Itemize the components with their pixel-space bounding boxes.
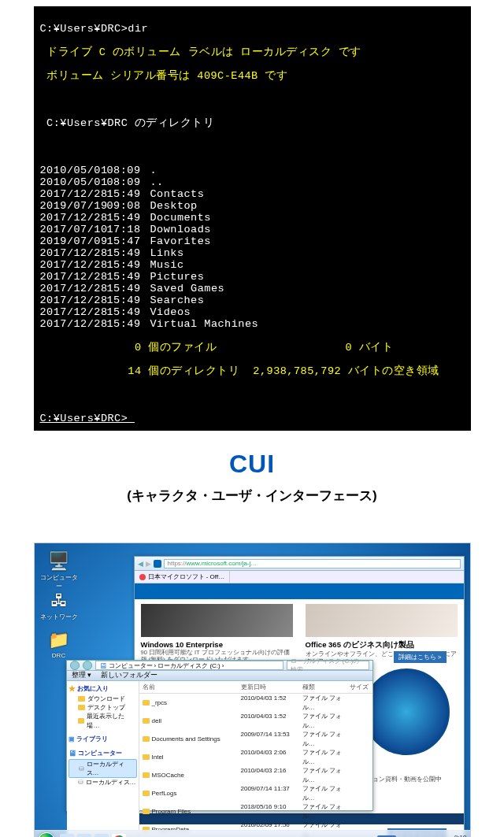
back-icon[interactable]: ◀ — [138, 560, 143, 568]
chevron-right-icon: › — [154, 662, 157, 669]
file-row[interactable]: Documents and Settings2009/07/14 13:53ファ… — [139, 730, 372, 748]
forward-icon[interactable]: ▶ — [146, 560, 151, 568]
sidebar-item-downloads[interactable]: ダウンロード — [69, 694, 137, 703]
file-row[interactable]: _rpcs2010/04/03 1:52ファイル フォル… — [139, 694, 372, 712]
dir-entry: 2017/12/2815:49Virtual Machines — [40, 318, 465, 330]
dir-entry: 2017/07/1017:18Downloads — [40, 224, 465, 235]
user-folder-icon: 📁 — [39, 630, 79, 650]
browser-tab[interactable]: 日本マイクロソフト - Off… — [135, 571, 231, 583]
hero-card-windows[interactable]: Windows 10 Enterprise 90 日間利用可能な IT プロフェ… — [135, 599, 299, 665]
breadcrumb[interactable]: 🖥 コンピューター › ローカルディスク (C:) › — [95, 661, 284, 670]
cmd-serial: ボリューム シリアル番号は 409C-E44B です — [40, 70, 465, 82]
file-explorer-window[interactable]: 🖥 コンピューター › ローカルディスク (C:) › ローカルディスク (C:… — [66, 660, 373, 811]
ms-navbar[interactable] — [135, 583, 464, 599]
sidebar-item-local-d[interactable]: ⛁ローカルディス… — [69, 778, 137, 787]
blank — [40, 141, 465, 153]
blank — [40, 389, 465, 401]
computer-icon: 🖥️ — [39, 551, 79, 572]
back-button[interactable] — [70, 661, 80, 670]
sidebar-item-local-c[interactable]: ⛁ローカルディス… — [69, 759, 137, 778]
explorer-toolbar: 整理 ▾ 新しいフォルダー — [67, 671, 372, 681]
dir-entry: 2017/12/2815:49Saved Games — [40, 283, 465, 294]
desktop-icon-label: コンピューター — [40, 574, 78, 590]
folder-icon — [143, 772, 150, 778]
sidebar-computer[interactable]: 🖥コンピューター — [69, 748, 137, 759]
dir-entry: 2019/07/1909:08Desktop — [40, 200, 465, 212]
folder-icon — [78, 718, 85, 724]
browser-tabs: 日本マイクロソフト - Off… — [135, 571, 464, 583]
dir-entry: 2010/05/0108:09.. — [40, 176, 465, 188]
sidebar-libraries[interactable]: ▣ライブラリ — [69, 735, 137, 743]
file-row[interactable]: MSOCache2010/04/03 2:16ファイル フォル… — [139, 766, 372, 784]
taskbar-chrome-icon[interactable] — [112, 834, 126, 838]
folder-icon — [143, 809, 150, 814]
explorer-sidebar: ★お気に入り ダウンロード デスクトップ 最近表示した場… ▣ライブラリ 🖥コン… — [67, 681, 139, 837]
dir-entry: 2017/12/2815:49Videos — [40, 306, 465, 318]
dir-entry: 2017/12/2815:49Documents — [40, 212, 465, 224]
cmd-line: C:¥Users¥DRC>dir — [40, 23, 465, 35]
new-folder-button[interactable]: 新しいフォルダー — [101, 671, 158, 680]
hero-title: Office 365 のビジネス向け製品 — [306, 640, 458, 650]
dir-entry: 2010/05/0108:09. — [40, 165, 465, 176]
taskbar-ie-icon[interactable]: e — [60, 834, 74, 838]
drive-icon: ⛁ — [78, 778, 83, 787]
cmd-terminal: C:¥Users¥DRC>dir ドライブ C のボリューム ラベルは ローカル… — [34, 6, 471, 431]
sidebar-favorites[interactable]: ★お気に入り — [69, 683, 137, 694]
windows-desktop: 🖥️ コンピューター 🖧 ネットワーク 📁 DRC ◀ ▶ https://ww… — [34, 543, 471, 837]
decorative-circle — [363, 668, 450, 755]
desktop-icon-network[interactable]: 🖧 ネットワーク — [39, 591, 79, 621]
browser-titlebar[interactable]: ◀ ▶ https://www.microsoft.com/ja-j… — [135, 557, 464, 571]
details-link[interactable]: 詳細はこちら > — [394, 651, 447, 663]
file-row[interactable]: Program Files2018/05/16 9:10ファイル フォル… — [139, 802, 372, 820]
taskbar: e ▶ A 般 ▲ 🖧 🔊 9:10 2019/07/19 — [35, 830, 470, 837]
address-bar[interactable]: https://www.microsoft.com/ja-j… — [164, 559, 461, 568]
blank — [40, 94, 465, 106]
cmd-vol-label: ドライブ C のボリューム ラベルは ローカルディスク です — [40, 46, 465, 58]
desktop-icon-label: ネットワーク — [40, 613, 78, 620]
clock[interactable]: 9:10 2019/07/19 — [435, 835, 466, 838]
desktop-icon-computer[interactable]: 🖥️ コンピューター — [39, 551, 79, 591]
library-icon: ▣ — [69, 735, 75, 743]
sidebar-item-recent[interactable]: 最近表示した場… — [69, 712, 137, 729]
folder-icon — [143, 718, 150, 724]
star-icon: ★ — [69, 683, 76, 694]
file-row[interactable]: PerfLogs2009/07/14 11:37ファイル フォル… — [139, 784, 372, 802]
explorer-file-list: 名前 更新日時 種類 サイズ _rpcs2010/04/03 1:52ファイル … — [139, 681, 372, 837]
start-button[interactable] — [38, 832, 55, 838]
network-icon: 🖧 — [39, 591, 79, 611]
cmd-summary-files: 0 個のファイル 0 バイト — [40, 342, 465, 354]
cmd-prompt: C:¥Users¥DRC>_ — [40, 413, 135, 424]
organize-menu[interactable]: 整理 ▾ — [72, 671, 91, 680]
pc-icon: 🖥 — [99, 661, 107, 670]
ms-favicon-icon — [154, 560, 161, 568]
folder-icon — [78, 696, 85, 702]
tab-label: 日本マイクロソフト - Off… — [148, 572, 225, 581]
dir-entry: 2017/12/2815:49Pictures — [40, 271, 465, 283]
explorer-addressbar: 🖥 コンピューター › ローカルディスク (C:) › ローカルディスク (C:… — [67, 661, 372, 671]
cui-caption-sub: (キャラクタ・ユーザ・インターフェース) — [0, 487, 504, 505]
hero-image — [141, 604, 293, 637]
sidebar-item-desktop[interactable]: デスクトップ — [69, 703, 137, 712]
folder-icon — [143, 700, 150, 706]
dir-entry: 2017/12/2815:49Music — [40, 259, 465, 271]
explorer-search[interactable]: ローカルディスク (C:)の検索 — [287, 661, 369, 670]
folder-icon — [143, 736, 150, 742]
forward-button[interactable] — [83, 661, 92, 670]
dir-entry: 2017/12/2815:49Contacts — [40, 188, 465, 200]
hero-image — [306, 604, 458, 637]
dir-listing: 2010/05/0108:09.2010/05/0108:09..2017/12… — [40, 165, 465, 330]
folder-icon — [78, 705, 85, 710]
file-row[interactable]: dell2010/04/03 1:52ファイル フォル… — [139, 712, 372, 730]
taskbar-media-icon[interactable]: ▶ — [94, 834, 109, 838]
desktop-icon-user[interactable]: 📁 DRC — [39, 630, 79, 659]
desktop-icon-label: DRC — [52, 652, 65, 659]
chevron-right-icon: › — [222, 662, 224, 669]
folder-icon — [143, 754, 150, 760]
tab-favicon-icon — [139, 574, 146, 580]
drive-icon: ⛁ — [79, 765, 84, 773]
file-row[interactable]: Intel2010/04/03 2:06ファイル フォル… — [139, 748, 372, 766]
column-headers[interactable]: 名前 更新日時 種類 サイズ — [139, 681, 372, 694]
taskbar-explorer-icon[interactable] — [77, 834, 91, 838]
cmd-summary-dirs: 14 個のディレクトリ 2,938,785,792 バイトの空き領域 — [40, 365, 465, 377]
system-tray[interactable]: A 般 ▲ 🖧 🔊 9:10 2019/07/19 — [377, 835, 466, 838]
